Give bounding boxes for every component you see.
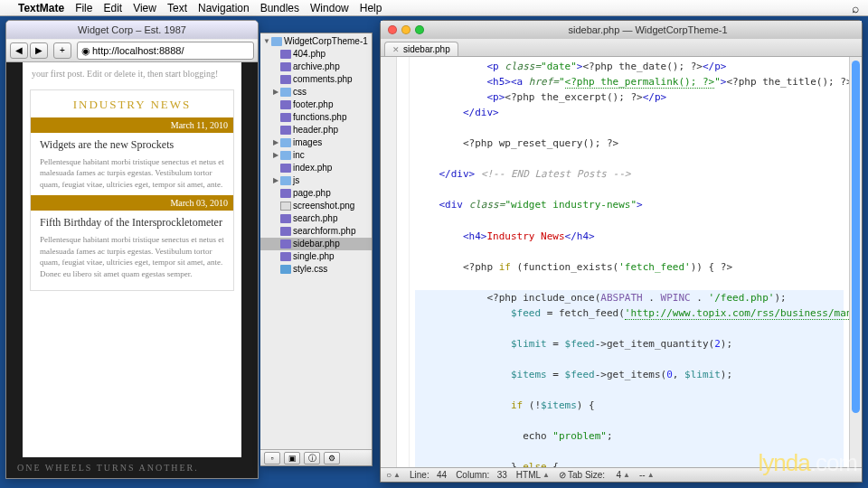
fold-gutter[interactable]	[397, 57, 410, 467]
editor-titlebar: sidebar.php — WidgetCorpTheme-1	[381, 21, 862, 39]
file-footer-php[interactable]: footer.php	[260, 99, 372, 111]
vertical-scrollbar[interactable]	[849, 57, 862, 467]
post-date: March 11, 2010	[31, 117, 233, 133]
tree-label: css	[293, 86, 307, 99]
file-tree: ▼ WidgetCorpTheme-1 404.phparchive.phpco…	[260, 33, 372, 277]
folder-icon	[280, 151, 291, 160]
file-inc[interactable]: ▶inc	[260, 149, 372, 162]
disclosure-icon[interactable]: ▶	[271, 136, 280, 149]
file-css[interactable]: ▶css	[260, 86, 372, 99]
new-folder-button[interactable]: ▣	[284, 452, 300, 465]
menu-window[interactable]: Window	[310, 2, 349, 14]
project-drawer: ▼ WidgetCorpTheme-1 404.phparchive.phpco…	[260, 33, 373, 466]
disclosure-icon[interactable]: ▶	[271, 86, 280, 99]
php-icon	[280, 227, 291, 236]
gear-button[interactable]: ⚙	[324, 452, 340, 465]
browser-toolbar: ◀ ▶ + ◉	[6, 39, 258, 62]
tree-root[interactable]: ▼ WidgetCorpTheme-1	[260, 35, 372, 48]
globe-icon: ◉	[81, 45, 90, 57]
folder-icon	[280, 138, 291, 147]
tree-label: images	[293, 136, 322, 149]
menu-view[interactable]: View	[133, 2, 156, 14]
traffic-lights	[381, 25, 431, 34]
tree-label: style.css	[293, 263, 327, 276]
forward-button[interactable]: ▶	[30, 42, 48, 59]
info-button[interactable]: ⓘ	[304, 452, 320, 465]
php-icon	[280, 252, 291, 261]
file-functions-php[interactable]: functions.php	[260, 111, 372, 124]
address-bar[interactable]: ◉	[77, 42, 254, 60]
tabsize-picker[interactable]: ⊘ Tab Size: 4 ▲	[559, 470, 630, 480]
post-excerpt: Pellentesque habitant morbi tristique se…	[31, 155, 233, 196]
php-icon	[280, 62, 291, 71]
file-style-css[interactable]: style.css	[260, 263, 372, 276]
editor-title: sidebar.php — WidgetCorpTheme-1	[431, 24, 862, 35]
file-single-php[interactable]: single.php	[260, 250, 372, 263]
app-name[interactable]: TextMate	[18, 2, 64, 14]
code-area: <p class="date"><?php the_date(); ?></p>…	[381, 57, 862, 467]
close-button[interactable]	[388, 25, 397, 34]
tree-label: 404.php	[293, 48, 326, 61]
file-page-php[interactable]: page.php	[260, 187, 372, 200]
tree-label: header.php	[293, 124, 338, 136]
spotlight-icon[interactable]: ⌕	[852, 1, 859, 15]
tree-label: index.php	[293, 162, 332, 174]
new-file-button[interactable]: ▫	[264, 452, 280, 465]
language-picker[interactable]: HTML ▲	[516, 470, 550, 480]
php-icon	[280, 113, 291, 122]
menu-edit[interactable]: Edit	[103, 2, 122, 14]
url-input[interactable]	[92, 45, 250, 56]
tree-label: page.php	[293, 187, 331, 200]
file-searchform-php[interactable]: searchform.php	[260, 225, 372, 238]
tab-close-icon[interactable]: ✕	[392, 45, 400, 54]
file-search-php[interactable]: search.php	[260, 212, 372, 225]
intro-text: your first post. Edit or delete it, then…	[23, 62, 241, 88]
file-screenshot-png[interactable]: screenshot.png	[260, 200, 372, 212]
back-button[interactable]: ◀	[10, 42, 28, 59]
post-title[interactable]: Widgets are the new Sprockets	[31, 133, 233, 155]
post-date: March 03, 2010	[31, 195, 233, 211]
minimize-button[interactable]	[401, 25, 410, 34]
menu-help[interactable]: Help	[360, 2, 382, 14]
file-archive-php[interactable]: archive.php	[260, 61, 372, 73]
css-icon	[280, 265, 291, 274]
drawer-toolbar: ▫ ▣ ⓘ ⚙	[260, 449, 372, 465]
menu-bundles[interactable]: Bundles	[260, 2, 299, 14]
file-images[interactable]: ▶images	[260, 136, 372, 149]
disclosure-icon[interactable]: ▼	[262, 35, 271, 48]
tree-label: WidgetCorpTheme-1	[284, 35, 368, 48]
line-gutter[interactable]	[381, 57, 397, 467]
php-icon	[280, 189, 291, 198]
img-icon	[280, 202, 291, 211]
disclosure-icon[interactable]: ▶	[271, 174, 280, 187]
symbol-picker[interactable]: -- ▲	[639, 470, 655, 480]
post-title[interactable]: Fifth Birthday of the Intersprockletomet…	[31, 211, 233, 232]
tree-label: inc	[293, 149, 305, 162]
tree-label: search.php	[293, 212, 337, 225]
line-indicator: Line: 44	[410, 470, 447, 480]
bundle-picker[interactable]: ○ ▲	[386, 470, 401, 480]
file-sidebar-php[interactable]: sidebar.php	[260, 238, 372, 250]
php-icon	[280, 50, 291, 59]
zoom-button[interactable]	[415, 25, 424, 34]
add-button[interactable]: +	[53, 42, 71, 59]
file-404-php[interactable]: 404.php	[260, 48, 372, 61]
scrollbar-thumb[interactable]	[852, 61, 860, 413]
menu-text[interactable]: Text	[167, 2, 187, 14]
tab-sidebar-php[interactable]: ✕ sidebar.php	[384, 42, 458, 56]
file-comments-php[interactable]: comments.php	[260, 73, 372, 86]
tree-label: archive.php	[293, 61, 340, 73]
menu-file[interactable]: File	[75, 2, 92, 14]
tree-label: single.php	[293, 250, 335, 263]
menubar: TextMate FileEditViewTextNavigationBundl…	[0, 0, 868, 16]
php-icon	[280, 126, 291, 135]
code-editor[interactable]: <p class="date"><?php the_date(); ?></p>…	[410, 57, 849, 467]
file-js[interactable]: ▶js	[260, 174, 372, 187]
disclosure-icon[interactable]: ▶	[271, 149, 280, 162]
file-index-php[interactable]: index.php	[260, 162, 372, 174]
tree-label: footer.php	[293, 99, 333, 111]
menu-navigation[interactable]: Navigation	[198, 2, 250, 14]
php-icon	[280, 100, 291, 109]
file-header-php[interactable]: header.php	[260, 124, 372, 136]
page-content: your first post. Edit or delete it, then…	[23, 62, 241, 467]
